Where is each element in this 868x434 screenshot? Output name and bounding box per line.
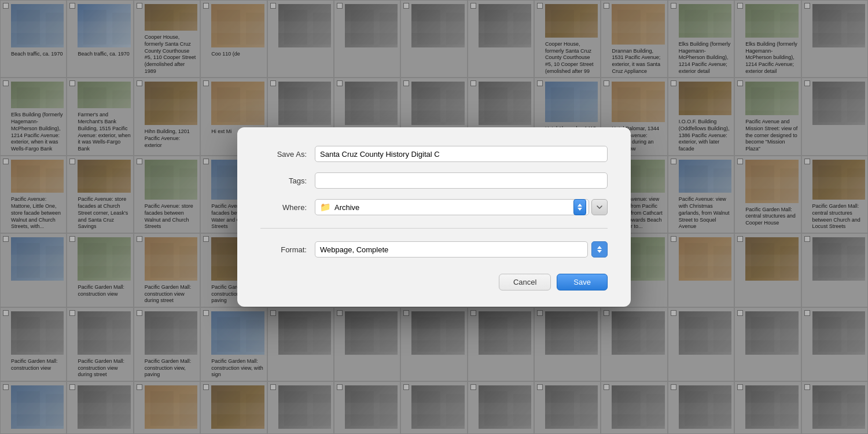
where-value-label: Archive [334,203,571,212]
format-select-box[interactable]: Webpage, Complete [315,241,588,258]
format-row: Format: Webpage, Complete [260,241,608,258]
cancel-button[interactable]: Cancel [499,274,551,290]
folder-icon: 📁 [320,202,331,212]
format-stepper-button[interactable] [591,241,608,258]
save-as-row: Save As: [260,146,608,162]
format-value-label: Webpage, Complete [320,245,583,254]
save-button[interactable]: Save [557,274,608,290]
where-select-box[interactable]: 📁 Archive [315,199,589,215]
where-expand-button[interactable] [591,199,608,215]
format-arrow-down [597,250,602,253]
dialog-buttons: Cancel Save [260,274,608,290]
where-arrow-down [578,208,582,211]
where-row: Where: 📁 Archive [260,199,608,215]
save-dialog: Save As: Tags: Where: 📁 Archive [237,127,631,307]
where-select-container: 📁 Archive [315,199,608,215]
tags-label: Tags: [260,176,307,185]
save-as-input[interactable] [315,146,608,162]
tags-row: Tags: [260,172,608,189]
where-arrow-up [578,204,582,207]
dialog-divider [260,228,608,229]
save-as-label: Save As: [260,150,307,159]
where-stepper-button[interactable] [573,199,586,215]
chevron-down-icon [597,205,602,209]
format-arrow-up [597,246,602,249]
where-label: Where: [260,203,307,212]
modal-overlay: Save As: Tags: Where: 📁 Archive [0,0,868,434]
format-label: Format: [260,245,307,254]
tags-input[interactable] [315,172,608,189]
